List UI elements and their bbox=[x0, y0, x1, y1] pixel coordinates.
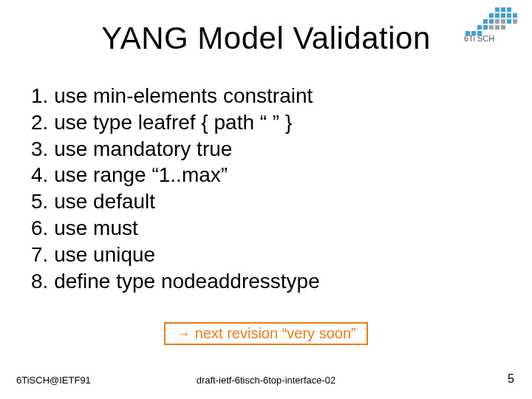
slide: 6Ti SCH YANG Model Validation 1. use min… bbox=[0, 0, 532, 399]
list-item: 6. use must bbox=[31, 215, 489, 242]
validation-list: 1. use min-elements constraint 2. use ty… bbox=[31, 83, 489, 295]
svg-rect-1 bbox=[501, 7, 505, 12]
svg-rect-3 bbox=[489, 13, 494, 18]
list-item: 2. use type leafref { path “ ” } bbox=[31, 109, 489, 136]
svg-rect-5 bbox=[501, 13, 505, 18]
slide-title: YANG Model Validation bbox=[0, 21, 532, 56]
svg-rect-2 bbox=[507, 7, 511, 12]
footer-page-number: 5 bbox=[508, 372, 514, 386]
next-revision-callout: → next revision “very soon” bbox=[0, 322, 532, 345]
list-item: 8. define type nodeaddresstype bbox=[31, 268, 489, 295]
next-revision-text: → next revision “very soon” bbox=[164, 322, 367, 345]
list-item: 4. use range “1..max” bbox=[31, 162, 489, 188]
footer-draft-name: draft-ietf-6tisch-6top-interface-02 bbox=[0, 375, 532, 386]
svg-rect-0 bbox=[495, 7, 499, 12]
list-item: 7. use unique bbox=[31, 242, 489, 268]
svg-rect-7 bbox=[513, 13, 517, 18]
list-item: 3. use mandatory true bbox=[31, 136, 489, 163]
svg-rect-4 bbox=[495, 13, 499, 18]
svg-rect-6 bbox=[507, 13, 511, 18]
list-item: 1. use min-elements constraint bbox=[31, 83, 489, 109]
list-item: 5. use default bbox=[31, 188, 489, 215]
